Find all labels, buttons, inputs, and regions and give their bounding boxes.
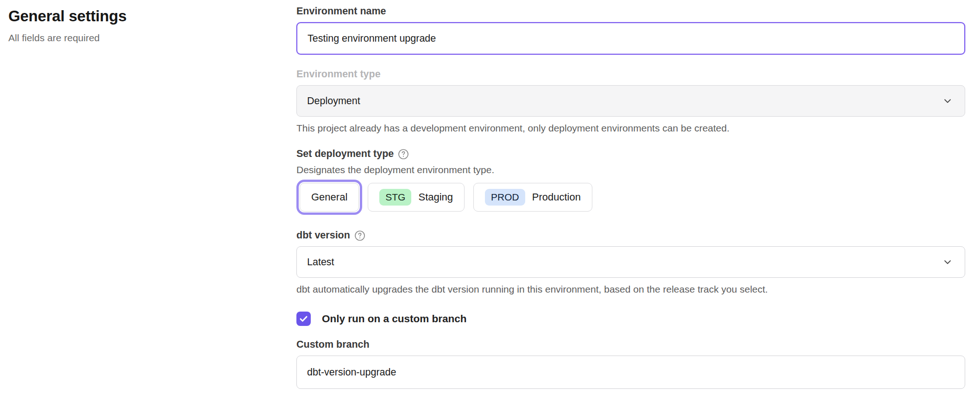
dbt-version-helper: dbt automatically upgrades the dbt versi… xyxy=(296,284,965,295)
chevron-down-icon xyxy=(942,256,954,268)
environment-type-label: Environment type xyxy=(296,69,965,80)
chevron-down-icon xyxy=(942,95,954,107)
checkmark-icon xyxy=(299,314,308,324)
environment-type-helper: This project already has a development e… xyxy=(296,123,965,134)
environment-name-input[interactable] xyxy=(296,22,965,55)
custom-branch-label: Custom branch xyxy=(296,339,965,350)
deployment-type-general-button[interactable]: General xyxy=(300,183,359,212)
deployment-type-label-text: Set deployment type xyxy=(296,148,394,160)
deployment-type-options: General STG Staging PROD Production xyxy=(296,183,965,212)
environment-name-label: Environment name xyxy=(296,6,965,17)
deployment-type-label: Set deployment type xyxy=(296,148,965,160)
page-title: General settings xyxy=(8,7,268,25)
dbt-version-value: Latest xyxy=(307,256,334,268)
staging-badge: STG xyxy=(379,189,411,206)
deployment-type-staging-label: Staging xyxy=(418,191,453,203)
production-badge: PROD xyxy=(485,189,525,206)
deployment-type-production-button[interactable]: PROD Production xyxy=(473,183,592,212)
environment-type-select[interactable]: Deployment xyxy=(296,85,965,117)
deployment-type-helper: Designates the deployment environment ty… xyxy=(296,164,965,175)
dbt-version-label-text: dbt version xyxy=(296,230,350,241)
settings-header: General settings All fields are required xyxy=(8,7,268,44)
custom-branch-checkbox[interactable] xyxy=(296,312,311,326)
deployment-type-general-label: General xyxy=(311,191,347,203)
dbt-version-label: dbt version xyxy=(296,229,965,241)
help-circle-icon[interactable] xyxy=(354,230,365,241)
environment-type-value: Deployment xyxy=(307,95,360,107)
custom-branch-checkbox-row: Only run on a custom branch xyxy=(296,312,965,326)
dbt-version-select[interactable]: Latest xyxy=(296,246,965,278)
page-subtitle: All fields are required xyxy=(8,32,268,44)
custom-branch-input[interactable] xyxy=(296,356,965,389)
deployment-type-staging-button[interactable]: STG Staging xyxy=(368,183,465,212)
custom-branch-checkbox-label[interactable]: Only run on a custom branch xyxy=(322,313,467,325)
deployment-type-production-label: Production xyxy=(532,191,581,203)
environment-settings-form: Environment name Environment type Deploy… xyxy=(296,6,965,389)
help-circle-icon[interactable] xyxy=(398,149,409,160)
